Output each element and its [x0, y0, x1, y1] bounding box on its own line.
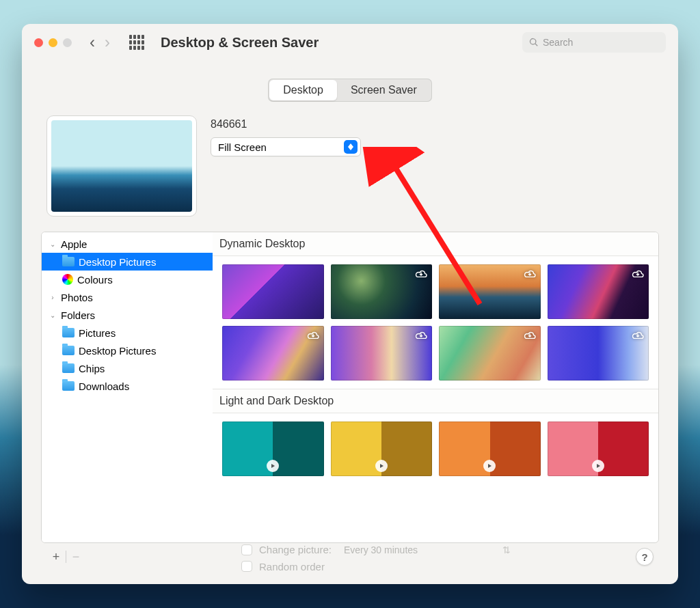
forward-button: ›	[105, 33, 110, 52]
tree-folder-desktop-pictures[interactable]: Desktop Pictures	[42, 342, 213, 359]
wallpaper-preview-image	[51, 120, 192, 212]
disclosure-down-icon: ⌄	[49, 240, 57, 248]
minimize-window[interactable]	[49, 38, 57, 47]
folder-icon	[62, 363, 75, 373]
tree-apple[interactable]: ⌄ Apple	[42, 235, 213, 253]
footer-bar: + − Change picture: Every 30 minutes ⇅ R…	[41, 543, 659, 570]
folder-icon	[62, 346, 75, 355]
change-options: Change picture: Every 30 minutes ⇅ Rando…	[241, 542, 516, 572]
source-sidebar: ⌄ Apple Desktop Pictures Colours › Photo…	[42, 232, 213, 542]
random-order-checkbox	[241, 561, 252, 572]
wallpaper-thumb[interactable]	[439, 264, 541, 319]
cloud-download-icon	[306, 329, 320, 340]
tree-folder-downloads[interactable]: Downloads	[42, 377, 213, 395]
wallpaper-grid[interactable]: Dynamic Desktop Light and Dark Desktop	[213, 232, 658, 542]
change-picture-label: Change picture:	[259, 544, 332, 555]
wallpaper-thumb[interactable]	[331, 326, 433, 381]
titlebar: ‹ › Desktop & Screen Saver Search	[22, 24, 678, 61]
tree-folders[interactable]: ⌄ Folders	[42, 306, 213, 324]
search-icon	[529, 38, 539, 47]
dynamic-play-icon	[267, 460, 279, 472]
dynamic-play-icon	[592, 460, 604, 472]
updown-caret-icon: ⇅	[502, 544, 511, 555]
section-lightdark-header: Light and Dark Desktop	[213, 389, 658, 413]
cloud-download-icon	[523, 329, 537, 340]
folder-icon	[62, 328, 75, 337]
dynamic-play-icon	[483, 460, 496, 472]
disclosure-down-icon: ⌄	[49, 312, 57, 319]
current-wallpaper-row: 846661 Fill Screen	[41, 115, 659, 217]
cloud-download-icon	[523, 267, 537, 278]
dynamic-play-icon	[375, 460, 388, 472]
tab-screen-saver[interactable]: Screen Saver	[337, 80, 431, 100]
show-all-icon[interactable]	[129, 35, 144, 50]
tree-folder-chips[interactable]: Chips	[42, 359, 213, 377]
help-button[interactable]: ?	[636, 548, 654, 566]
tab-desktop[interactable]: Desktop	[269, 80, 337, 100]
select-caret-icon	[344, 140, 358, 154]
wallpaper-thumb[interactable]	[439, 326, 541, 381]
close-window[interactable]	[34, 38, 43, 47]
colours-icon	[62, 274, 73, 285]
cloud-download-icon	[414, 267, 428, 278]
fill-mode-select[interactable]: Fill Screen	[211, 137, 361, 156]
folder-icon	[62, 257, 75, 266]
random-order-label: Random order	[259, 561, 325, 572]
search-field[interactable]: Search	[522, 32, 666, 53]
wallpaper-thumb[interactable]	[548, 422, 649, 476]
wallpaper-thumb[interactable]	[548, 326, 649, 381]
zoom-window[interactable]	[63, 38, 72, 47]
search-placeholder: Search	[543, 37, 573, 48]
pane-title: Desktop & Screen Saver	[161, 35, 319, 51]
wallpaper-thumb[interactable]	[439, 422, 541, 476]
dynamic-thumbs	[213, 256, 658, 389]
back-button[interactable]: ‹	[90, 33, 95, 52]
remove-folder-button: −	[66, 549, 85, 565]
tree-desktop-pictures[interactable]: Desktop Pictures	[42, 253, 213, 271]
main-split: ⌄ Apple Desktop Pictures Colours › Photo…	[41, 232, 659, 543]
system-prefs-window: ‹ › Desktop & Screen Saver Search Deskto…	[22, 24, 678, 584]
interval-select: Every 30 minutes ⇅	[338, 542, 516, 558]
tab-segment: Desktop Screen Saver	[268, 79, 432, 102]
wallpaper-preview	[46, 115, 197, 217]
folder-icon	[62, 381, 75, 391]
tree-folder-pictures[interactable]: Pictures	[42, 324, 213, 342]
wallpaper-thumb[interactable]	[548, 264, 649, 319]
wallpaper-name: 846661	[211, 118, 361, 130]
nav-buttons: ‹ ›	[90, 33, 144, 52]
tree-colours[interactable]: Colours	[42, 271, 213, 288]
wallpaper-thumb[interactable]	[222, 422, 324, 476]
wallpaper-thumb[interactable]	[222, 264, 324, 319]
cloud-download-icon	[414, 329, 428, 340]
lightdark-thumbs	[213, 413, 658, 484]
add-folder-button[interactable]: +	[46, 549, 66, 565]
section-dynamic-header: Dynamic Desktop	[213, 232, 658, 256]
wallpaper-thumb[interactable]	[331, 264, 433, 319]
wallpaper-thumb[interactable]	[331, 422, 433, 476]
fill-mode-value: Fill Screen	[218, 141, 267, 153]
add-remove-folder: + −	[46, 549, 85, 565]
change-picture-checkbox[interactable]	[241, 544, 252, 555]
content-area: Desktop Screen Saver 846661 Fill Screen	[22, 61, 678, 584]
cloud-download-icon	[631, 329, 645, 340]
tree-photos[interactable]: › Photos	[42, 288, 213, 306]
wallpaper-thumb[interactable]	[222, 326, 324, 381]
cloud-download-icon	[631, 267, 645, 278]
window-controls	[34, 38, 72, 47]
disclosure-right-icon: ›	[49, 294, 57, 301]
